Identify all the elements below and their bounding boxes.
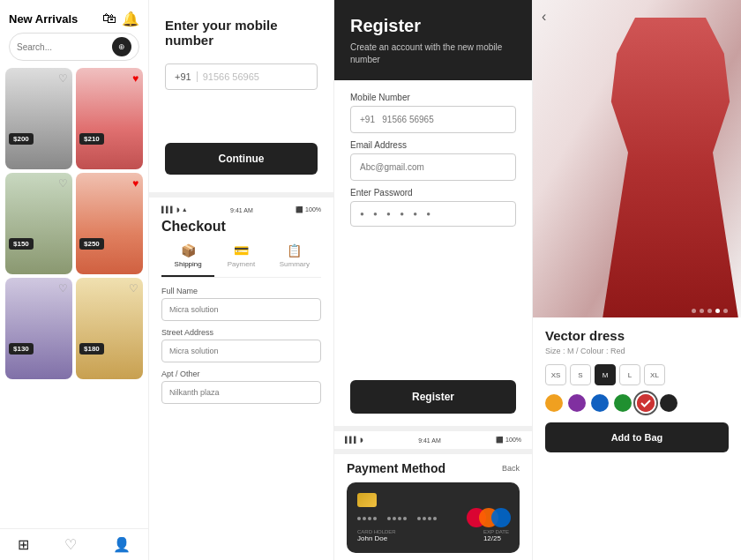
- price-badge: $180: [79, 343, 104, 355]
- back-link[interactable]: Back: [502, 464, 520, 473]
- heart-nav-icon[interactable]: ♡: [64, 536, 77, 553]
- size-xs[interactable]: XS: [545, 364, 566, 385]
- price-badge: $200: [9, 133, 34, 145]
- color-blue[interactable]: [591, 394, 609, 412]
- apt-input[interactable]: [161, 381, 321, 404]
- search-bar[interactable]: ⊕: [9, 33, 139, 61]
- color-black[interactable]: [660, 394, 677, 412]
- fullname-input[interactable]: [161, 298, 321, 321]
- payment-card-section: Payment Method Back: [334, 449, 532, 560]
- continue-button[interactable]: Continue: [165, 143, 318, 175]
- form-spacer: [350, 234, 516, 373]
- step-shipping-label: Shipping: [175, 260, 202, 268]
- product-card[interactable]: ♥ $250 Floral mini dress: [76, 173, 143, 274]
- register-title: Register: [350, 16, 516, 36]
- price-badge: $250: [79, 238, 104, 250]
- checkout-steps: 📦 Shipping 💳 Payment 📋 Summary: [161, 243, 321, 278]
- product-name: Vector dress: [545, 328, 729, 343]
- add-to-bag-button[interactable]: Add to Bag: [545, 422, 729, 452]
- dot-group-1: [357, 517, 377, 520]
- email-field-label: Email Address: [350, 140, 516, 150]
- reg-mobile-input[interactable]: [350, 106, 516, 133]
- size-l[interactable]: L: [619, 364, 640, 385]
- size-selector: XS S M L XL: [545, 364, 729, 385]
- bag-icon[interactable]: 🛍: [102, 11, 116, 27]
- svg-point-0: [637, 394, 655, 412]
- card-holder-info: CARD HOLDER John Doe: [357, 529, 396, 542]
- product-card[interactable]: ♡ $180: [76, 278, 143, 379]
- product-hero-image: [533, 0, 741, 317]
- color-red[interactable]: [637, 394, 655, 412]
- dot-1: [692, 309, 696, 313]
- product-info-section: Vector dress Size : M / Colour : Red XS …: [533, 317, 741, 560]
- search-input[interactable]: [17, 42, 87, 52]
- heart-icon[interactable]: ♥: [132, 72, 138, 85]
- product-card[interactable]: ♡ $200 Jackets: [5, 68, 72, 169]
- step-shipping[interactable]: 📦 Shipping: [161, 243, 214, 277]
- product-card[interactable]: ♡ $130: [5, 278, 72, 379]
- panel3-inner: Register Create an account with the new …: [334, 0, 532, 560]
- payment-signal: ▌▌▌ ◗: [345, 437, 363, 444]
- password-field-group: Enter Password: [350, 188, 516, 227]
- panel1-title: New Arrivals: [9, 12, 78, 26]
- back-button[interactable]: ‹: [542, 9, 546, 25]
- size-m[interactable]: M: [595, 364, 616, 385]
- user-nav-icon[interactable]: 👤: [113, 536, 131, 553]
- search-icon[interactable]: ⊕: [112, 37, 131, 56]
- street-label: Street Address: [161, 328, 321, 337]
- color-purple[interactable]: [568, 394, 586, 412]
- product-card[interactable]: ♥ $210 Vector dress: [76, 68, 143, 169]
- step-summary[interactable]: 📋 Summary: [268, 243, 321, 277]
- apt-label: Apt / Other: [161, 370, 321, 378]
- reg-email-input[interactable]: [350, 153, 516, 181]
- hero-dots: [692, 309, 728, 313]
- apt-field-group: Apt / Other: [161, 370, 321, 404]
- step-payment-label: Payment: [228, 260, 256, 268]
- checkout-section: ▌▌▌ ◗ ▲ 9:41 AM ⬛ 100% Checkout 📦 Shippi…: [149, 192, 333, 560]
- street-field-group: Street Address: [161, 328, 321, 362]
- register-form: Mobile Number Email Address Enter Passwo…: [334, 80, 532, 426]
- register-button[interactable]: Register: [350, 380, 516, 414]
- heart-icon[interactable]: ♡: [58, 282, 68, 295]
- payment-method-section: ▌▌▌ ◗ 9:41 AM ⬛ 100% Payment Method Back: [334, 426, 532, 560]
- product-grid: ♡ $200 Jackets ♥ $210 Vector dress ♡ $15…: [0, 68, 148, 379]
- register-subtitle: Create an account with the new mobile nu…: [350, 41, 516, 66]
- signal-icons: ▌▌▌ ◗ ▲: [161, 206, 188, 213]
- payment-time: 9:41 AM: [418, 437, 441, 444]
- panel-register-payment: Register Create an account with the new …: [333, 0, 532, 560]
- price-badge: $150: [9, 238, 34, 250]
- heart-icon[interactable]: ♡: [129, 282, 138, 295]
- mobile-placeholder-text: 91566 56965: [203, 71, 259, 82]
- heart-icon[interactable]: ♡: [58, 72, 68, 85]
- card-exp-info: EXP DATE 12/25: [483, 529, 509, 542]
- checkmark-icon: [637, 394, 655, 412]
- mobile-input-container[interactable]: +91 91566 56965: [165, 63, 318, 90]
- reg-password-input[interactable]: [350, 201, 516, 227]
- summary-icon: 📋: [287, 243, 302, 258]
- mobile-prefix: +91: [175, 71, 198, 82]
- payment-header: Payment Method Back: [347, 461, 520, 475]
- color-green[interactable]: [614, 394, 632, 412]
- size-xl[interactable]: XL: [644, 364, 665, 385]
- grid-nav-icon[interactable]: ⊞: [18, 536, 29, 553]
- payment-status-bar-inner: ▌▌▌ ◗ 9:41 AM ⬛ 100%: [345, 437, 521, 444]
- heart-icon[interactable]: ♥: [132, 177, 138, 190]
- size-s[interactable]: S: [570, 364, 591, 385]
- step-payment[interactable]: 💳 Payment: [214, 243, 267, 277]
- panel1-header: New Arrivals 🛍 🔔: [0, 0, 148, 33]
- street-input[interactable]: [161, 340, 321, 362]
- exp-value: 12/25: [483, 534, 509, 542]
- payment-icon: 💳: [234, 243, 249, 258]
- dot-4-active: [715, 309, 720, 313]
- bottom-navigation: ⊞ ♡ 👤: [0, 528, 148, 560]
- dot-group-3: [417, 517, 437, 520]
- card-brand-logos: [467, 508, 511, 527]
- heart-icon[interactable]: ♡: [58, 177, 68, 190]
- card-holder-value: John Doe: [357, 534, 396, 542]
- price-badge: $130: [9, 343, 34, 355]
- fullname-label: Full Name: [161, 287, 321, 295]
- color-orange[interactable]: [545, 394, 563, 412]
- bell-icon[interactable]: 🔔: [122, 11, 139, 27]
- panel-mobile-checkout: Enter your mobile number +91 91566 56965…: [148, 0, 333, 560]
- product-card[interactable]: ♡ $150 with pocket: [5, 173, 72, 274]
